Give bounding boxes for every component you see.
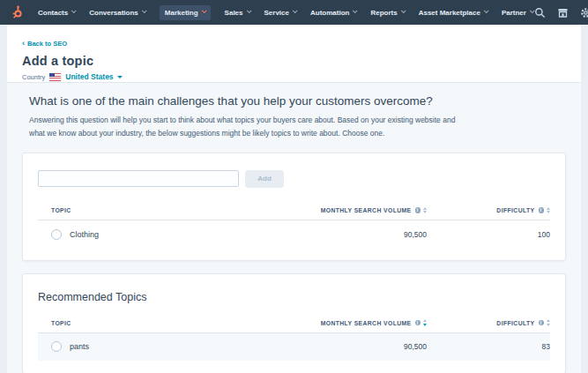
page-header: ‹ Back to SEO Add a topic Country United… xyxy=(7,25,581,82)
recommended-topics-heading: Recommended Topics xyxy=(38,291,550,303)
sort-icon[interactable] xyxy=(547,207,550,214)
column-header-difficulty[interactable]: Difficulty xyxy=(427,319,550,326)
info-icon[interactable] xyxy=(415,320,421,326)
chevron-down-icon xyxy=(484,8,489,13)
nav-item-label: Sales xyxy=(225,9,243,17)
chevron-left-icon: ‹ xyxy=(22,41,25,47)
top-navigation: Contacts Conversations Marketing Sales S… xyxy=(0,0,588,25)
country-value-label: United States xyxy=(65,72,113,81)
nav-item-label: Reports xyxy=(370,9,397,17)
volume-cell: 90,500 xyxy=(286,342,427,351)
difficulty-cell: 83 xyxy=(427,342,550,351)
recommended-topics-card: Recommended Topics Topic Monthly Search … xyxy=(22,273,566,373)
back-link-label: Back to SEO xyxy=(27,40,67,48)
nav-item-partner[interactable]: Partner xyxy=(502,9,533,17)
nav-item-label: Automation xyxy=(310,9,349,17)
country-label: Country xyxy=(22,73,45,81)
difficulty-cell: 100 xyxy=(427,230,550,239)
column-label: Monthly Search Volume xyxy=(321,207,412,213)
nav-item-asset-marketplace[interactable]: Asset Marketplace xyxy=(419,9,488,17)
column-header-monthly-search-volume[interactable]: Monthly Search Volume xyxy=(286,319,427,326)
table-row: pants 90,500 83 xyxy=(38,333,550,361)
back-to-seo-link[interactable]: ‹ Back to SEO xyxy=(22,40,67,48)
add-topic-card: Add Topic Monthly Search Volume Difficul… xyxy=(22,153,566,262)
column-label: Topic xyxy=(51,320,71,326)
search-icon[interactable] xyxy=(533,6,547,19)
info-icon[interactable] xyxy=(539,207,545,213)
nav-item-label: Partner xyxy=(502,9,526,17)
chevron-down-icon xyxy=(117,76,123,78)
country-dropdown[interactable]: United States xyxy=(65,72,122,81)
nav-item-label: Asset Marketplace xyxy=(419,9,480,17)
volume-cell: 90,500 xyxy=(286,230,427,239)
question-description: Answering this question will help you st… xyxy=(29,114,472,140)
hubspot-logo-icon[interactable] xyxy=(11,5,26,20)
nav-item-reports[interactable]: Reports xyxy=(370,9,404,17)
table-row: Clothing 90,500 100 xyxy=(38,220,550,248)
column-header-topic[interactable]: Topic xyxy=(51,320,286,326)
topic-cell: Clothing xyxy=(51,229,286,240)
column-label: Difficulty xyxy=(496,207,534,213)
column-header-monthly-search-volume[interactable]: Monthly Search Volume xyxy=(286,207,427,214)
radio-button[interactable] xyxy=(51,229,62,240)
nav-item-service[interactable]: Service xyxy=(264,9,296,17)
nav-item-conversations[interactable]: Conversations xyxy=(89,9,145,17)
sort-icon[interactable] xyxy=(547,319,550,326)
chevron-down-icon xyxy=(201,8,206,13)
marketplace-icon[interactable] xyxy=(556,6,569,19)
chevron-down-icon xyxy=(71,8,77,13)
page-title: Add a topic xyxy=(22,54,581,68)
us-flag-icon xyxy=(49,73,61,81)
column-label: Difficulty xyxy=(496,320,534,326)
chevron-down-icon xyxy=(401,8,406,13)
nav-item-automation[interactable]: Automation xyxy=(310,9,356,17)
settings-icon[interactable] xyxy=(579,6,588,19)
info-icon[interactable] xyxy=(415,207,421,213)
topic-name: pants xyxy=(70,342,89,351)
nav-utility-icons: 1 xyxy=(533,6,588,19)
table-header-row: Topic Monthly Search Volume Difficulty xyxy=(38,319,550,333)
table-header-row: Topic Monthly Search Volume Difficulty xyxy=(38,207,550,221)
column-header-difficulty[interactable]: Difficulty xyxy=(427,207,550,214)
nav-item-label: Conversations xyxy=(89,9,138,17)
column-header-topic[interactable]: Topic xyxy=(51,207,286,213)
add-button[interactable]: Add xyxy=(245,170,284,188)
nav-item-marketing[interactable]: Marketing xyxy=(160,5,211,20)
country-selector-row: Country United States xyxy=(22,72,581,81)
recommended-topic-table: Topic Monthly Search Volume Difficulty p… xyxy=(38,319,550,361)
column-label: Topic xyxy=(51,207,71,213)
question-heading: What is one of the main challenges that … xyxy=(29,94,581,108)
nav-item-label: Contacts xyxy=(38,9,68,17)
column-label: Monthly Search Volume xyxy=(321,320,412,326)
nav-item-label: Service xyxy=(264,9,289,17)
nav-item-label: Marketing xyxy=(165,9,198,17)
topic-table: Topic Monthly Search Volume Difficulty C… xyxy=(38,207,550,249)
add-topic-row: Add xyxy=(38,170,550,188)
info-icon[interactable] xyxy=(539,320,545,326)
nav-menu: Contacts Conversations Marketing Sales S… xyxy=(38,5,533,20)
radio-button[interactable] xyxy=(51,341,62,352)
topic-name: Clothing xyxy=(70,230,99,239)
chevron-down-icon xyxy=(353,8,358,13)
chevron-down-icon xyxy=(142,8,147,13)
chevron-down-icon xyxy=(293,8,298,13)
content-panel: What is one of the main challenges that … xyxy=(7,82,581,373)
nav-item-sales[interactable]: Sales xyxy=(225,9,250,17)
topic-cell: pants xyxy=(51,341,286,352)
topic-input[interactable] xyxy=(38,170,239,187)
chevron-down-icon xyxy=(246,8,251,13)
nav-item-contacts[interactable]: Contacts xyxy=(38,9,75,17)
